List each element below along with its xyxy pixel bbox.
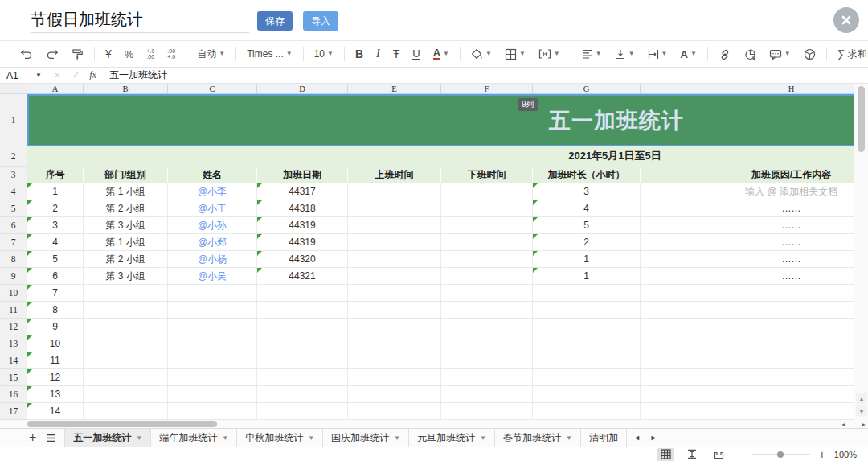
- mention-link[interactable]: @小郑: [198, 236, 227, 249]
- mention-link[interactable]: @小杨: [198, 253, 227, 266]
- cell[interactable]: 第 1 小组: [84, 234, 168, 251]
- tab-next-icon[interactable]: ►: [650, 434, 657, 442]
- cell[interactable]: 2: [27, 200, 84, 217]
- confirm-entry-icon[interactable]: ✓: [68, 70, 84, 80]
- table-column-title[interactable]: 上班时间: [348, 167, 441, 183]
- bold-button[interactable]: B: [350, 43, 369, 64]
- cell[interactable]: 8: [27, 302, 84, 319]
- cell[interactable]: [441, 403, 533, 420]
- cell[interactable]: [441, 217, 533, 234]
- cell[interactable]: [533, 352, 641, 369]
- scroll-up-icon[interactable]: ▲: [856, 393, 867, 404]
- cell[interactable]: [533, 369, 641, 386]
- mention-link[interactable]: @小孙: [198, 219, 227, 233]
- undo-icon[interactable]: [14, 43, 39, 64]
- cell[interactable]: [641, 403, 854, 420]
- column-header-F[interactable]: F: [441, 84, 533, 94]
- cell[interactable]: [257, 335, 348, 352]
- font-family-dropdown[interactable]: Times ...▼: [241, 43, 297, 64]
- cell[interactable]: [348, 285, 441, 302]
- cell[interactable]: [84, 319, 168, 335]
- sheet-tab-3[interactable]: 国庆加班统计▼: [323, 429, 409, 447]
- cell-reference-dropdown[interactable]: A1 ▼: [0, 70, 47, 81]
- cell[interactable]: 第 1 小组: [84, 183, 168, 200]
- cell[interactable]: [257, 285, 348, 302]
- cell[interactable]: [441, 335, 533, 352]
- format-painter-icon[interactable]: [66, 43, 89, 64]
- horizontal-scrollbar[interactable]: [0, 420, 854, 428]
- cell[interactable]: [348, 403, 441, 420]
- cell[interactable]: [84, 403, 168, 420]
- cell[interactable]: [441, 319, 533, 335]
- row-header[interactable]: 16: [0, 386, 27, 403]
- cell[interactable]: 2: [533, 234, 641, 251]
- cell[interactable]: [533, 319, 641, 335]
- increase-decimal-icon[interactable]: +.0.00: [141, 43, 160, 64]
- row-header[interactable]: 3: [0, 167, 27, 183]
- cell[interactable]: 12: [27, 369, 84, 386]
- cell[interactable]: [168, 403, 257, 420]
- cell[interactable]: [168, 386, 257, 403]
- cell[interactable]: [533, 386, 641, 403]
- redo-icon[interactable]: [40, 43, 64, 64]
- tab-prev-icon[interactable]: ◄: [633, 434, 641, 442]
- cell[interactable]: [641, 302, 854, 319]
- zoom-in-icon[interactable]: +: [819, 449, 825, 460]
- cell[interactable]: 44318: [257, 200, 348, 217]
- mention-link[interactable]: @小王: [198, 202, 227, 216]
- cell[interactable]: [441, 285, 533, 302]
- add-sheet-icon[interactable]: +: [29, 431, 36, 444]
- row-header[interactable]: 10: [0, 285, 27, 302]
- row-header[interactable]: 9: [0, 268, 27, 285]
- cell[interactable]: [348, 251, 441, 268]
- cell[interactable]: @小郑: [168, 234, 257, 251]
- cell[interactable]: 6: [27, 268, 84, 285]
- cell[interactable]: [441, 234, 533, 251]
- cell[interactable]: [168, 285, 257, 302]
- row-header[interactable]: 11: [0, 302, 27, 319]
- cell[interactable]: [441, 268, 533, 285]
- column-header-B[interactable]: B: [84, 84, 168, 94]
- font-size-dropdown[interactable]: 10▼: [309, 43, 339, 64]
- cell[interactable]: [84, 285, 168, 302]
- cell[interactable]: [257, 386, 348, 403]
- cell[interactable]: [441, 352, 533, 369]
- cell[interactable]: [168, 335, 257, 352]
- cell[interactable]: @小李: [168, 183, 257, 200]
- tab-menu-caret-icon[interactable]: ▼: [566, 434, 572, 442]
- sheet-tab-1[interactable]: 端午加班统计▼: [151, 429, 237, 447]
- sheet-list-icon[interactable]: [46, 434, 56, 442]
- zoom-slider-handle[interactable]: [777, 451, 784, 458]
- cell[interactable]: [348, 319, 441, 335]
- cell[interactable]: [641, 352, 854, 369]
- underline-button[interactable]: U: [407, 43, 425, 64]
- row-header[interactable]: 15: [0, 369, 27, 386]
- table-column-title[interactable]: 下班时间: [441, 167, 533, 183]
- merged-subtitle-cell[interactable]: 2021年5月1日至5日: [27, 146, 854, 167]
- mention-link[interactable]: @小李: [198, 185, 227, 199]
- cell[interactable]: @小孙: [168, 217, 257, 234]
- cell[interactable]: @小吴: [168, 268, 257, 285]
- cell[interactable]: [168, 319, 257, 335]
- cell[interactable]: ……: [641, 268, 854, 285]
- horizontal-scrollbar-thumb[interactable]: [27, 421, 217, 427]
- cell[interactable]: [84, 335, 168, 352]
- column-header-E[interactable]: E: [348, 84, 441, 94]
- comment-dropdown[interactable]: ▼: [764, 43, 796, 64]
- cell[interactable]: 44319: [257, 217, 348, 234]
- column-header-D[interactable]: D: [257, 84, 348, 94]
- row-header[interactable]: 6: [0, 217, 27, 234]
- row-header[interactable]: 5: [0, 200, 27, 217]
- text-wrap-dropdown[interactable]: ▼: [642, 43, 674, 64]
- strikethrough-button[interactable]: Ŧ: [387, 43, 406, 64]
- cell[interactable]: 14: [27, 403, 84, 420]
- cell[interactable]: [441, 251, 533, 268]
- cell[interactable]: [441, 386, 533, 403]
- import-button[interactable]: 导入: [303, 11, 338, 31]
- table-column-title[interactable]: 序号: [27, 167, 84, 183]
- column-header-H[interactable]: H: [641, 84, 854, 94]
- cell[interactable]: [84, 302, 168, 319]
- sheet-tab-0[interactable]: 五一加班统计▼: [64, 429, 151, 447]
- cell[interactable]: 44320: [257, 251, 348, 268]
- scroll-left-icon[interactable]: ◄: [841, 422, 846, 427]
